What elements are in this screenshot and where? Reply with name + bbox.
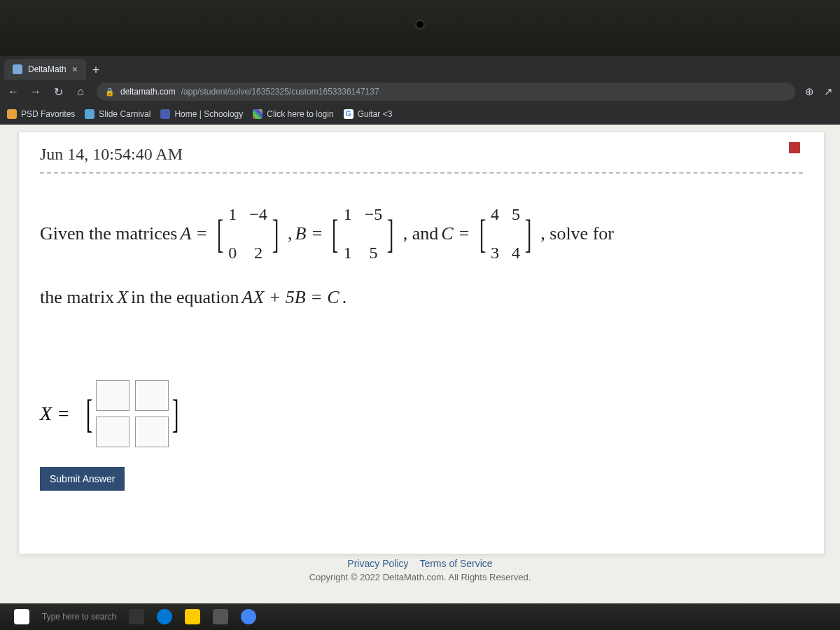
forward-button[interactable]: → bbox=[29, 85, 42, 98]
problem-text: Given the matrices A = [ 1−4 02 ] , B = … bbox=[40, 195, 803, 317]
copyright-text: Copyright © 2022 DeltaMath.com. All Righ… bbox=[0, 572, 840, 582]
matrix-b: [ 1−5 15 ] bbox=[328, 195, 397, 273]
divider bbox=[40, 172, 803, 174]
url-path: /app/student/solve/16352325/custom165333… bbox=[181, 87, 379, 97]
bookmark-label: Click here to login bbox=[267, 109, 333, 119]
text: , and bbox=[403, 214, 439, 253]
bookmark-label: Home | Schoology bbox=[174, 109, 243, 119]
address-bar: ← → ↻ ⌂ 🔒 deltamath.com/app/student/solv… bbox=[0, 80, 840, 104]
cell: −5 bbox=[365, 196, 383, 233]
bracket-left-icon: [ bbox=[86, 398, 93, 430]
bookmark-guitar[interactable]: GGuitar <3 bbox=[344, 109, 393, 119]
cell: 0 bbox=[228, 234, 237, 272]
tab-bar: DeltaMath × + bbox=[0, 56, 840, 80]
text: Given the matrices bbox=[40, 214, 177, 253]
answer-cell-0-0[interactable] bbox=[96, 380, 130, 411]
text: in the equation bbox=[131, 277, 239, 317]
tab-close-icon[interactable]: × bbox=[72, 64, 78, 75]
bracket-right-icon: ] bbox=[272, 218, 279, 250]
toolbar-right: ⊕ ↗ bbox=[805, 85, 833, 98]
answer-area: X = [ ] bbox=[40, 380, 803, 447]
store-icon[interactable] bbox=[213, 609, 228, 624]
equation: AX + 5B = C bbox=[242, 277, 340, 317]
tab-favicon bbox=[13, 64, 22, 74]
bookmark-label: Guitar <3 bbox=[358, 109, 393, 119]
bookmark-label: PSD Favorites bbox=[21, 109, 75, 119]
camera-dot bbox=[416, 21, 424, 28]
timestamp: Jun 14, 10:54:40 AM bbox=[40, 145, 803, 164]
cell: 3 bbox=[491, 234, 499, 272]
bookmark-schoology[interactable]: Home | Schoology bbox=[160, 109, 243, 119]
bracket-left-icon: [ bbox=[217, 218, 224, 250]
bookmark-psd-favorites[interactable]: PSD Favorites bbox=[7, 109, 75, 119]
answer-cell-0-1[interactable] bbox=[135, 380, 169, 411]
bracket-right-icon: ] bbox=[525, 218, 532, 250]
browser-chrome: DeltaMath × + ← → ↻ ⌂ 🔒 deltamath.com/ap… bbox=[0, 56, 840, 125]
google-icon: G bbox=[344, 109, 354, 119]
bracket-right-icon: ] bbox=[172, 398, 179, 430]
privacy-link[interactable]: Privacy Policy bbox=[347, 558, 408, 569]
text: , solve for bbox=[540, 214, 614, 253]
matrix-a: [ 1−4 02 ] bbox=[214, 195, 282, 273]
cell: 5 bbox=[512, 196, 520, 233]
bracket-right-icon: ] bbox=[387, 218, 394, 250]
home-button[interactable]: ⌂ bbox=[74, 85, 87, 98]
zoom-icon[interactable]: ⊕ bbox=[805, 85, 814, 98]
bookmark-icon bbox=[253, 109, 262, 119]
answer-cell-1-1[interactable] bbox=[135, 416, 169, 447]
start-icon[interactable] bbox=[14, 609, 29, 624]
cell: 1 bbox=[228, 196, 237, 233]
cell: 5 bbox=[365, 234, 383, 272]
submit-answer-button[interactable]: Submit Answer bbox=[40, 467, 125, 491]
terms-link[interactable]: Terms of Service bbox=[419, 558, 492, 569]
url-domain: deltamath.com bbox=[120, 87, 176, 97]
bookmark-icon bbox=[160, 109, 170, 119]
back-button[interactable]: ← bbox=[7, 85, 20, 98]
bookmark-login[interactable]: Click here to login bbox=[253, 109, 333, 119]
text: , bbox=[288, 214, 293, 253]
matrix-c: [ 45 34 ] bbox=[476, 195, 536, 273]
bookmark-slide-carnival[interactable]: Slide Carnival bbox=[85, 109, 150, 119]
answer-matrix: [ ] bbox=[83, 380, 183, 447]
matrix-b-label: B = bbox=[295, 214, 323, 253]
edge-icon[interactable] bbox=[157, 609, 172, 624]
windows-taskbar[interactable]: Type here to search bbox=[0, 603, 840, 630]
laptop-bezel bbox=[0, 0, 840, 56]
lock-icon: 🔒 bbox=[105, 88, 115, 97]
bookmark-icon bbox=[85, 109, 94, 119]
file-explorer-icon[interactable] bbox=[185, 609, 200, 624]
cell: −4 bbox=[249, 196, 267, 233]
content-card: Jun 14, 10:54:40 AM Given the matrices A… bbox=[18, 132, 825, 554]
page-viewport: Jun 14, 10:54:40 AM Given the matrices A… bbox=[0, 125, 840, 603]
cell: 4 bbox=[491, 196, 499, 233]
chrome-icon[interactable] bbox=[241, 609, 256, 624]
reload-button[interactable]: ↻ bbox=[52, 85, 64, 99]
record-stop-icon[interactable] bbox=[789, 142, 800, 153]
bracket-left-icon: [ bbox=[479, 218, 486, 250]
page-footer: Privacy Policy Terms of Service Copyrigh… bbox=[0, 558, 840, 582]
bracket-left-icon: [ bbox=[332, 218, 339, 250]
share-icon[interactable]: ↗ bbox=[824, 85, 833, 98]
matrix-a-label: A = bbox=[180, 214, 207, 253]
matrix-c-label: C = bbox=[441, 214, 470, 253]
answer-cell-1-0[interactable] bbox=[96, 416, 130, 447]
omnibox[interactable]: 🔒 deltamath.com/app/student/solve/163523… bbox=[97, 83, 795, 101]
x-var: X bbox=[117, 277, 128, 317]
bookmark-label: Slide Carnival bbox=[99, 109, 150, 119]
cell: 2 bbox=[249, 234, 267, 272]
text: the matrix bbox=[40, 277, 114, 317]
x-equals-label: X = bbox=[40, 402, 70, 425]
cell: 4 bbox=[512, 234, 520, 272]
task-view-icon[interactable] bbox=[129, 609, 144, 624]
cell: 1 bbox=[344, 196, 352, 233]
bookmarks-bar: PSD Favorites Slide Carnival Home | Scho… bbox=[0, 104, 840, 125]
text: . bbox=[342, 277, 347, 317]
folder-icon bbox=[7, 109, 17, 119]
tab-title: DeltaMath bbox=[28, 64, 66, 74]
cell: 1 bbox=[344, 234, 352, 272]
new-tab-button[interactable]: + bbox=[86, 60, 106, 80]
taskbar-search[interactable]: Type here to search bbox=[42, 612, 116, 622]
tab-deltamath[interactable]: DeltaMath × bbox=[4, 59, 86, 80]
